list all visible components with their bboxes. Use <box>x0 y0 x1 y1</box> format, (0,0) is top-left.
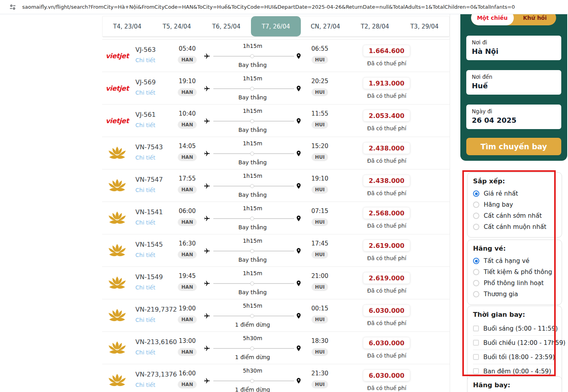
date-tab[interactable]: CN, 27/04 <box>301 16 350 36</box>
flight-detail-link[interactable]: Chi tiết <box>135 252 155 258</box>
departure-airport-badge: HAN <box>178 186 196 194</box>
flight-row[interactable]: vietjet VN-7543 Chi tiết 14:05 HAN 1h15m <box>102 137 450 169</box>
price-value[interactable]: 2.438.000 <box>363 142 410 154</box>
flight-row[interactable]: vietjet VN-1545 Chi tiết 16:30 HAN 1h15m <box>102 234 450 267</box>
radio-icon[interactable] <box>473 258 479 264</box>
flight-detail-link[interactable]: Chi tiết <box>135 57 155 63</box>
site-settings-icon[interactable] <box>9 4 16 10</box>
search-flights-button[interactable]: Tìm chuyến bay <box>466 138 561 155</box>
flight-detail-link[interactable]: Chi tiết <box>135 187 155 193</box>
checkbox-option-label: Buổi tối (18:00 - 23:59) <box>483 354 555 361</box>
price-value[interactable]: 2.568.000 <box>363 207 410 219</box>
depart-date-field[interactable]: Ngày đi 26 04 2025 <box>466 105 561 129</box>
origin-value: Hà Nội <box>472 47 556 55</box>
flight-row[interactable]: vietjet VN-273,1376 Chi tiết 16:00 HAN 5… <box>102 364 450 392</box>
flight-row[interactable]: vietjet VN-1549 Chi tiết 19:45 HAN 1h15m <box>102 267 450 299</box>
price-value[interactable]: 2.053.400 <box>363 110 410 122</box>
flight-detail-link[interactable]: Chi tiết <box>135 154 155 161</box>
plane-icon <box>204 280 210 287</box>
vietnam-airlines-lotus-icon <box>107 178 127 193</box>
price-value[interactable]: 1.913.000 <box>363 77 410 89</box>
plane-icon <box>204 345 210 352</box>
destination-field[interactable]: Nơi đến Huế <box>466 70 561 95</box>
flight-row[interactable]: vietjet VN-7547 Chi tiết 17:55 HAN 1h15m <box>102 169 450 202</box>
radio-icon[interactable] <box>473 202 479 208</box>
radio-option[interactable]: Tiết kiệm & phổ thông <box>473 266 556 278</box>
price-value[interactable]: 6.030.000 <box>363 304 410 316</box>
departure-airport-badge: HAN <box>178 251 196 259</box>
radio-option[interactable]: Cất cánh muộn nhất <box>473 221 556 232</box>
radio-option[interactable]: Cất cánh sớm nhất <box>473 210 556 221</box>
flight-detail-link[interactable]: Chi tiết <box>135 284 155 291</box>
checkbox-icon[interactable] <box>473 325 479 331</box>
price-value[interactable]: 2.619.000 <box>363 240 410 251</box>
filter-time-of-day-title: Thời gian bay: <box>473 311 556 318</box>
flight-detail-link[interactable]: Chi tiết <box>135 317 155 323</box>
radio-icon[interactable] <box>473 291 479 297</box>
flight-path: 5h30m 1 điểm dừng <box>203 364 302 392</box>
destination-pin-icon <box>295 247 302 254</box>
vietnam-airlines-lotus-icon <box>107 146 127 161</box>
date-tab[interactable]: T5, 24/04 <box>152 16 201 36</box>
price-note: Đã có thuế phí <box>357 190 416 196</box>
checkbox-option[interactable]: Buổi chiều (12:00 - 17h59) <box>473 336 556 350</box>
radio-option[interactable]: Thương gia <box>473 289 556 300</box>
price-value[interactable]: 1.664.600 <box>363 45 410 57</box>
plane-icon <box>204 378 210 384</box>
filter-airlines: Hãng bay: vietjet Viet Jet Air <box>467 376 562 392</box>
radio-icon[interactable] <box>473 224 479 230</box>
flight-detail-link[interactable]: Chi tiết <box>135 122 155 128</box>
origin-field[interactable]: Nơi đi Hà Nội <box>466 36 561 60</box>
flight-code: VJ-563 <box>135 46 156 53</box>
radio-option-label: Cất cánh muộn nhất <box>484 223 546 230</box>
price-value[interactable]: 2.438.000 <box>363 175 410 186</box>
browser-url-bar[interactable]: saomaifly.vn/flight/search?FromCity=Hà+N… <box>0 0 568 14</box>
flight-row[interactable]: vietjet VJ-569 Chi tiết 19:10 HAN 1h15m <box>102 72 450 105</box>
radio-option[interactable]: Giá rẻ nhất <box>473 188 556 199</box>
flight-row[interactable]: vietjet VJ-563 Chi tiết 05:40 HAN 1h15m <box>102 40 450 72</box>
destination-pin-icon <box>295 118 302 124</box>
flight-row[interactable]: vietjet VJ-561 Chi tiết 10:40 HAN 1h15m <box>102 105 450 137</box>
flight-path: 1h15m Bay thẳng <box>203 169 302 202</box>
price-note: Đã có thuế phí <box>357 93 416 99</box>
checkbox-option-label: Buổi sáng (5:00 - 11:59) <box>483 325 558 332</box>
radio-option[interactable]: Tất cả hạng vé <box>473 255 556 266</box>
date-tab[interactable]: T2, 28/04 <box>350 16 400 36</box>
date-tab[interactable]: T6, 25/04 <box>201 16 251 36</box>
flight-code: VN-273,1376 <box>135 371 177 378</box>
checkbox-icon[interactable] <box>473 340 479 346</box>
arrival-airport-badge: HUI <box>312 88 328 96</box>
flight-stops: Bay thẳng <box>203 127 302 133</box>
radio-option[interactable]: Hãng bay <box>473 199 556 210</box>
depart-date-label: Ngày đi <box>472 108 556 114</box>
checkbox-option[interactable]: Buổi sáng (5:00 - 11:59) <box>473 322 556 336</box>
radio-icon[interactable] <box>473 280 479 286</box>
radio-icon[interactable] <box>473 190 479 197</box>
date-tab[interactable]: T4, 23/04 <box>103 16 152 36</box>
date-tab[interactable]: T7, 26/04 <box>251 16 300 36</box>
flight-detail-link[interactable]: Chi tiết <box>135 219 155 226</box>
price-value[interactable]: 2.619.000 <box>363 272 410 284</box>
price-value[interactable]: 6.030.000 <box>363 337 410 349</box>
radio-icon[interactable] <box>473 269 479 275</box>
arrival-time: 15:20 <box>307 143 332 150</box>
price-value[interactable]: 6.030.000 <box>363 369 410 381</box>
departure-airport-badge: HAN <box>178 218 196 226</box>
departure-airport-badge: HAN <box>178 153 196 161</box>
flight-row[interactable]: vietjet VN-1541 Chi tiết 06:00 HAN 1h15m <box>102 202 450 234</box>
radio-option[interactable]: Phổ thông linh hoạt <box>473 278 556 289</box>
checkbox-icon[interactable] <box>473 368 479 374</box>
filter-sort: Sắp xếp: Giá rẻ nhất Hãng bay Cất cánh s… <box>467 172 562 238</box>
date-tab[interactable]: T3, 29/04 <box>400 16 449 36</box>
flight-code: VJ-569 <box>135 78 156 86</box>
flight-detail-link[interactable]: Chi tiết <box>135 382 155 388</box>
flight-row[interactable]: vietjet VN-213,6160 Chi tiết 13:00 HAN 5… <box>102 332 450 364</box>
flight-row[interactable]: vietjet VN-219,7372 Chi tiết 19:00 HAN 5… <box>102 299 450 332</box>
checkbox-option[interactable]: Buổi tối (18:00 - 23:59) <box>473 350 556 364</box>
radio-icon[interactable] <box>473 213 479 219</box>
vietnam-airlines-lotus-icon <box>107 341 127 356</box>
flight-detail-link[interactable]: Chi tiết <box>135 349 155 356</box>
flight-path: 1h15m Bay thẳng <box>203 72 302 105</box>
flight-detail-link[interactable]: Chi tiết <box>135 89 155 96</box>
checkbox-icon[interactable] <box>473 354 479 360</box>
